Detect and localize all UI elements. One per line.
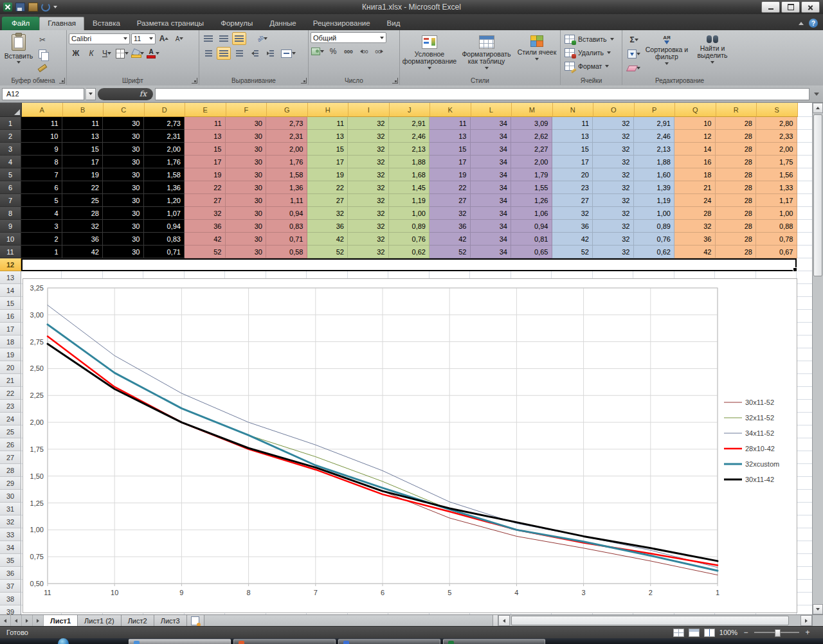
row-header-24[interactable]: 24	[0, 413, 21, 425]
cell-G6[interactable]: 1,36	[266, 181, 307, 194]
legend-entry-32xcustom[interactable]: 32xcustom	[724, 460, 779, 468]
cell-F7[interactable]: 30	[226, 194, 267, 207]
cell-Q1[interactable]: 10	[674, 117, 716, 130]
cell-G11[interactable]: 0,58	[266, 246, 307, 258]
cell-D4[interactable]: 1,76	[144, 156, 185, 168]
scroll-right-button[interactable]	[800, 615, 812, 626]
cell-O7[interactable]: 32	[593, 194, 634, 207]
ribbon-tab-данные[interactable]: Данные	[261, 17, 305, 30]
cell-O9[interactable]: 32	[593, 220, 634, 233]
cell-Q5[interactable]: 18	[674, 168, 716, 181]
accounting-format-button[interactable]	[311, 45, 325, 58]
cell-B4[interactable]: 17	[62, 156, 104, 168]
cell-Q10[interactable]: 36	[674, 233, 716, 246]
empty-cells[interactable]	[797, 117, 813, 130]
cell-G7[interactable]: 1,11	[266, 194, 307, 207]
cell-G8[interactable]: 0,94	[266, 207, 307, 220]
empty-cells[interactable]	[797, 246, 813, 258]
minimize-button[interactable]	[761, 1, 780, 13]
cell-O10[interactable]: 32	[593, 233, 634, 246]
empty-cells[interactable]	[797, 220, 813, 233]
cell-D10[interactable]: 0,83	[144, 233, 185, 246]
cell-A10[interactable]: 2	[21, 233, 62, 246]
cell-L3[interactable]: 34	[471, 143, 512, 156]
bold-button[interactable]: Ж	[69, 47, 83, 60]
cell-D8[interactable]: 1,07	[144, 207, 185, 220]
cell-F11[interactable]: 30	[226, 246, 267, 258]
cell-O2[interactable]: 32	[593, 130, 634, 143]
cell-S2[interactable]: 2,33	[756, 130, 797, 143]
cell-O5[interactable]: 32	[593, 168, 634, 181]
row-header-17[interactable]: 17	[0, 323, 21, 335]
empty-cells[interactable]	[797, 181, 813, 194]
sheet-tab-3[interactable]: Лист2	[122, 615, 154, 626]
cell-R4[interactable]: 28	[716, 156, 757, 168]
minimize-ribbon-icon[interactable]	[799, 22, 804, 25]
name-box[interactable]: A12	[2, 88, 84, 100]
cell-N10[interactable]: 42	[552, 233, 593, 246]
cell-H6[interactable]: 22	[307, 181, 348, 194]
row-header-39[interactable]: 39	[0, 605, 21, 614]
cell-C3[interactable]: 30	[103, 143, 144, 156]
delete-cells-button[interactable]: Удалить	[563, 46, 620, 59]
cell-J6[interactable]: 1,45	[389, 181, 430, 194]
formula-input[interactable]	[155, 88, 809, 100]
cell-P7[interactable]: 1,19	[634, 194, 675, 207]
excel-app-icon[interactable]	[3, 3, 12, 12]
cell-B10[interactable]: 36	[62, 233, 104, 246]
scroll-up-button[interactable]	[813, 103, 823, 113]
cell-E3[interactable]: 15	[185, 143, 226, 156]
increase-decimal-button[interactable]: 00	[357, 45, 371, 58]
cell-N4[interactable]: 17	[552, 156, 593, 168]
legend-entry-30x11-52[interactable]: 30x11-52	[724, 398, 774, 406]
conditional-formatting-button[interactable]: Условное форматирование	[402, 32, 457, 76]
cell-R7[interactable]: 28	[716, 194, 757, 207]
cell-L9[interactable]: 34	[471, 220, 512, 233]
zoom-in-button[interactable]: +	[804, 629, 811, 636]
zoom-slider-thumb[interactable]	[775, 629, 781, 637]
cell-F3[interactable]: 30	[226, 143, 267, 156]
insert-worksheet-button[interactable]	[187, 615, 204, 626]
cell-F6[interactable]: 30	[226, 181, 267, 194]
comma-style-button[interactable]: 000	[341, 45, 356, 58]
cell-R3[interactable]: 28	[716, 143, 757, 156]
cell-E11[interactable]: 52	[185, 246, 226, 258]
cell-Q11[interactable]: 42	[674, 246, 716, 258]
row-header-37[interactable]: 37	[0, 580, 21, 593]
cell-P9[interactable]: 0,89	[634, 220, 675, 233]
cut-button[interactable]: ✂	[35, 33, 50, 46]
cell-C4[interactable]: 30	[103, 156, 144, 168]
align-center-button[interactable]	[217, 47, 231, 60]
borders-button[interactable]	[115, 47, 129, 60]
cell-O3[interactable]: 32	[593, 143, 634, 156]
cell-Q3[interactable]: 14	[674, 143, 716, 156]
cell-A3[interactable]: 9	[21, 143, 62, 156]
align-middle-button[interactable]	[217, 32, 231, 45]
fill-button[interactable]	[624, 48, 644, 60]
row-header-35[interactable]: 35	[0, 554, 21, 567]
scroll-down-button[interactable]	[813, 604, 823, 614]
column-header-G[interactable]: G	[267, 103, 308, 117]
cell-Q9[interactable]: 32	[674, 220, 716, 233]
format-as-table-button[interactable]: Форматировать как таблицу	[459, 32, 514, 76]
horizontal-scroll-thumb[interactable]	[511, 616, 789, 625]
cell-K11[interactable]: 52	[430, 246, 471, 258]
cell-S6[interactable]: 1,33	[756, 181, 797, 194]
cell-L2[interactable]: 34	[471, 130, 512, 143]
cell-A6[interactable]: 6	[21, 181, 62, 194]
row-header-15[interactable]: 15	[0, 297, 21, 310]
column-header-C[interactable]: C	[104, 103, 145, 117]
cell-R8[interactable]: 28	[716, 207, 757, 220]
format-painter-button[interactable]	[35, 62, 50, 75]
cell-K6[interactable]: 22	[430, 181, 471, 194]
cell-D2[interactable]: 2,31	[144, 130, 185, 143]
copy-button[interactable]	[35, 48, 50, 60]
cell-A11[interactable]: 1	[21, 246, 62, 258]
row-header-28[interactable]: 28	[0, 464, 21, 477]
select-all-corner[interactable]	[0, 103, 22, 117]
merge-center-button[interactable]	[278, 47, 298, 60]
cell-I4[interactable]: 32	[348, 156, 389, 168]
cell-K7[interactable]: 27	[430, 194, 471, 207]
cell-L5[interactable]: 34	[471, 168, 512, 181]
name-box-dropdown[interactable]	[86, 88, 96, 100]
